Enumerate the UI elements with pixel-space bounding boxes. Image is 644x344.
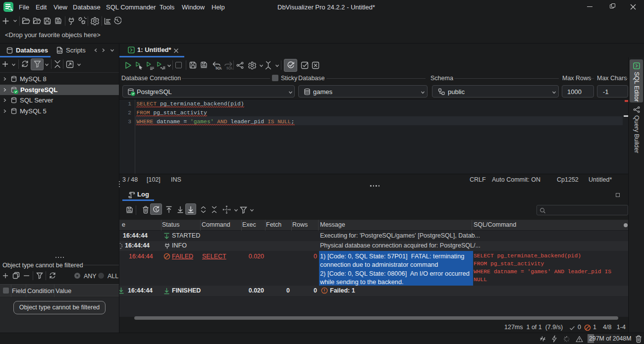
svg-text:SQL: SQL (226, 66, 233, 70)
svg-text:SQL: SQL (215, 66, 222, 70)
